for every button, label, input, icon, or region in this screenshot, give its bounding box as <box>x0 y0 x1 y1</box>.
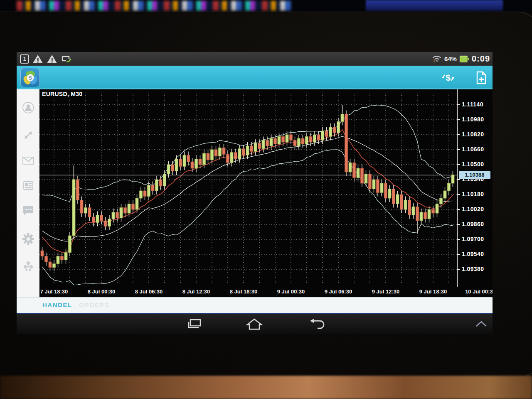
candle-body <box>112 212 115 219</box>
price-tick <box>458 104 460 105</box>
back-button-icon[interactable] <box>308 318 325 330</box>
community-icon[interactable] <box>22 259 35 272</box>
price-tick-label: 1.10500 <box>462 161 484 167</box>
screenshot-share-icon <box>61 54 72 64</box>
candle-body <box>337 122 340 133</box>
background-monitor <box>0 0 532 12</box>
price-tick-label: 1.09380 <box>462 266 484 272</box>
price-tick <box>458 179 460 180</box>
candle-body <box>222 148 225 155</box>
candle-body <box>100 215 103 221</box>
battery-percent: 64% <box>444 55 457 62</box>
candle-body <box>369 174 372 189</box>
metatrader-5-logo[interactable]: 5 <box>20 68 40 87</box>
warning-icon <box>47 54 57 64</box>
price-tick-label: 1.10820 <box>462 131 484 138</box>
candle-body <box>199 159 202 165</box>
candle-body <box>132 204 135 210</box>
candle-body <box>404 200 407 210</box>
candle-body <box>92 217 95 223</box>
candle-body <box>69 236 71 253</box>
candle-body <box>309 137 312 143</box>
mailbox-icon[interactable] <box>22 154 35 167</box>
price-axis[interactable]: 1.111401.109801.108201.106601.105001.103… <box>457 89 493 287</box>
recents-button-icon[interactable] <box>186 318 203 330</box>
candle-body <box>345 114 348 172</box>
time-tick-label: 8 Jul 18:30 <box>230 288 258 295</box>
candle-body <box>61 256 64 260</box>
chart-symbol-label: EURUSD, M30 <box>42 91 82 97</box>
time-axis[interactable]: 7 Jul 18:308 Jul 00:308 Jul 06:308 Jul 1… <box>39 287 493 297</box>
candle-body <box>408 200 411 215</box>
candle-body <box>298 138 300 146</box>
candle-body <box>321 131 324 140</box>
candle-body <box>45 256 48 262</box>
chat-icon[interactable] <box>22 204 35 217</box>
candle-body <box>124 208 127 214</box>
candle-body <box>140 191 143 198</box>
candle-body <box>203 153 206 165</box>
time-tick-label: 10 Jul 00:30 <box>465 288 493 295</box>
candle-body <box>41 251 44 256</box>
new-order-icon[interactable] <box>475 71 488 85</box>
candle-body <box>84 208 87 214</box>
time-tick-label: 8 Jul 06:30 <box>135 288 163 295</box>
profile-icon[interactable] <box>22 101 35 114</box>
price-tick-label: 1.09860 <box>462 221 484 227</box>
app-toolbar: 5 $ <box>17 66 493 89</box>
candle-body <box>80 200 83 214</box>
candle-body <box>191 162 194 168</box>
candle-body <box>329 127 332 137</box>
candle-body <box>64 253 67 260</box>
bottom-tab-bar: HANDEL ORDERS <box>17 297 493 313</box>
settings-gear-icon[interactable] <box>22 232 35 246</box>
price-tick-label: 1.10660 <box>462 146 484 153</box>
candle-body <box>428 209 431 219</box>
candle-body <box>262 140 265 149</box>
battery-icon <box>459 55 469 63</box>
candle-body <box>440 198 443 204</box>
news-icon[interactable] <box>22 179 35 192</box>
tab-orders[interactable]: ORDERS <box>79 301 109 308</box>
candle-body <box>128 204 131 214</box>
quick-access-chevron-icon[interactable] <box>474 318 489 330</box>
candle-body <box>443 191 446 198</box>
candle-body <box>53 264 56 268</box>
notification-count-icon: 1 <box>20 54 29 64</box>
android-status-bar[interactable]: 1 <box>17 52 493 66</box>
monitor-taskbar-icons <box>17 1 291 11</box>
candle-body <box>341 114 344 122</box>
candle-body <box>120 208 123 218</box>
candle-body <box>388 189 391 199</box>
price-chart[interactable]: EURUSD, M30 <box>39 89 457 287</box>
candle-body <box>230 153 233 163</box>
price-tick <box>458 224 460 225</box>
candle-body <box>159 180 162 186</box>
candle-body <box>148 185 150 197</box>
mt5-emblem-icon: 5 <box>22 69 39 86</box>
wifi-activity-icon <box>431 54 442 64</box>
candle-body <box>179 159 182 167</box>
candle-body <box>207 153 209 160</box>
bollinger-lower-band <box>42 150 453 285</box>
candle-body <box>214 150 217 156</box>
home-button-icon[interactable] <box>246 318 263 330</box>
trade-currency-icon[interactable]: $ <box>441 71 455 85</box>
candle-body <box>432 209 435 213</box>
candle-body <box>76 180 79 200</box>
candle-body <box>448 183 451 191</box>
candle-body <box>396 195 399 204</box>
price-tick-label: 1.10020 <box>462 206 484 212</box>
current-price-tag: 1.10388 <box>459 171 490 179</box>
candle-body <box>242 149 245 155</box>
left-sidebar <box>17 89 39 297</box>
candle-body <box>392 189 395 204</box>
tab-trade[interactable]: HANDEL <box>42 301 72 308</box>
candle-body <box>305 137 308 144</box>
candle-body <box>246 146 249 155</box>
trade-arrows-icon[interactable] <box>22 128 35 142</box>
chart-canvas <box>39 89 457 287</box>
candle-body <box>175 159 178 171</box>
candle-body <box>412 207 415 215</box>
candle-body <box>361 168 364 183</box>
